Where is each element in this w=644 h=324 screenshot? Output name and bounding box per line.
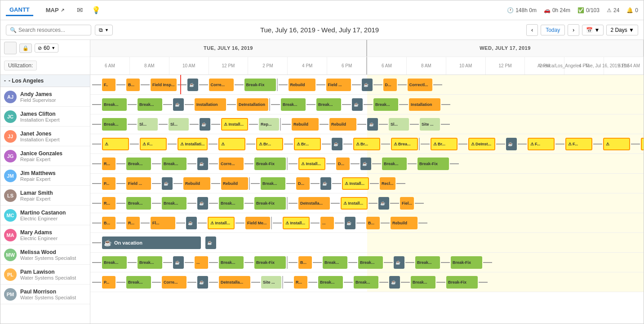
- resource-row[interactable]: JCJames CliftonInstallation Expert: [0, 107, 90, 127]
- resource-row[interactable]: MCMartino CastanonElectric Engineer: [0, 206, 90, 225]
- task-bar[interactable]: Break-Fix: [244, 79, 276, 91]
- task-bar[interactable]: ⚠ Install...: [208, 217, 235, 229]
- task-bar[interactable]: Site ...: [420, 118, 440, 131]
- task-bar[interactable]: Break...: [126, 276, 151, 289]
- task-bar[interactable]: ⚠ F...: [528, 138, 555, 150]
- task-bar[interactable]: Break...: [102, 118, 127, 131]
- task-bar[interactable]: ⚠ Install...: [341, 197, 368, 210]
- task-bar[interactable]: R...: [102, 197, 115, 210]
- task-bar[interactable]: ☕: [506, 138, 517, 150]
- resource-row[interactable]: MWMelissa WoodWater Systems Specialist: [0, 245, 90, 265]
- task-bar[interactable]: Break...: [415, 256, 440, 269]
- task-bar[interactable]: Sl...: [389, 118, 409, 131]
- resource-row[interactable]: AJAndy JamesField Supervisor: [0, 87, 90, 107]
- task-bar[interactable]: ⚠: [603, 138, 630, 150]
- task-bar[interactable]: Break...: [323, 256, 347, 269]
- tab-map[interactable]: MAP ↗: [42, 5, 68, 15]
- task-bar[interactable]: D...: [383, 79, 397, 91]
- task-bar[interactable]: Corre...: [219, 158, 244, 170]
- task-bar[interactable]: ⚠ Br...: [353, 138, 380, 150]
- task-bar[interactable]: Field Me...: [245, 217, 270, 229]
- task-bar[interactable]: Break...: [219, 197, 244, 210]
- task-bar[interactable]: Break...: [382, 158, 407, 170]
- task-bar[interactable]: ☕: [173, 98, 184, 111]
- lock-button[interactable]: 🔒: [19, 44, 32, 53]
- task-bar[interactable]: ☕: [362, 79, 373, 91]
- task-bar[interactable]: Field ...: [326, 79, 351, 91]
- lightbulb-icon[interactable]: 💡: [92, 6, 101, 14]
- task-bar[interactable]: Break...: [358, 256, 383, 269]
- task-bar[interactable]: Break...: [373, 98, 398, 111]
- task-bar[interactable]: Corre...: [209, 79, 234, 91]
- today-button[interactable]: Today: [541, 25, 565, 35]
- task-bar[interactable]: ⚠ Br...: [431, 138, 457, 150]
- task-bar[interactable]: Fiel...: [400, 197, 414, 210]
- task-bar[interactable]: ☕: [197, 197, 208, 210]
- resource-row[interactable]: PMPaul MorrisonWater Systems Specialist: [0, 285, 90, 304]
- task-bar[interactable]: DeInstalla...: [298, 197, 330, 210]
- task-bar[interactable]: Break...: [138, 98, 162, 111]
- task-bar[interactable]: B...: [366, 217, 380, 229]
- task-bar[interactable]: ☕: [162, 177, 173, 190]
- task-bar[interactable]: ⚠: [218, 138, 245, 150]
- task-bar[interactable]: ⚠ F...: [565, 138, 592, 150]
- task-bar[interactable]: ⚠ DeInst...: [468, 138, 495, 150]
- task-bar[interactable]: Recl...: [380, 177, 395, 190]
- task-bar[interactable]: Rebuild: [221, 177, 248, 190]
- task-bar[interactable]: D...: [296, 177, 310, 190]
- search-input[interactable]: [18, 27, 86, 33]
- task-bar[interactable]: P...: [102, 276, 115, 289]
- task-bar[interactable]: Break...: [318, 276, 343, 289]
- task-bar[interactable]: ☕: [173, 256, 184, 269]
- task-bar[interactable]: ☕ On vacation: [102, 236, 201, 249]
- task-bar[interactable]: Break-Fix: [451, 256, 482, 269]
- col-toggle[interactable]: [4, 42, 17, 54]
- resource-row[interactable]: JGJanice GonzalesRepair Expert: [0, 146, 90, 166]
- task-bar[interactable]: F..: [102, 79, 115, 91]
- task-bar[interactable]: Rebuild: [292, 118, 319, 131]
- task-bar[interactable]: Break...: [162, 158, 187, 170]
- zoom-control[interactable]: ⊘ 60 ▼: [35, 44, 58, 53]
- task-bar[interactable]: ☕: [197, 158, 208, 170]
- task-bar[interactable]: ☕: [197, 276, 208, 289]
- task-bar[interactable]: ☕: [378, 197, 389, 210]
- task-bar[interactable]: B...: [102, 217, 115, 229]
- task-bar[interactable]: Break...: [219, 256, 244, 269]
- task-bar[interactable]: DeInstalla...: [219, 276, 250, 289]
- task-bar[interactable]: Break...: [102, 98, 127, 111]
- task-bar[interactable]: Break...: [126, 197, 151, 210]
- task-bar[interactable]: ⚠ Install...: [342, 177, 369, 190]
- task-bar[interactable]: Rebuild: [183, 177, 210, 190]
- task-bar[interactable]: ☕: [186, 217, 197, 229]
- task-bar[interactable]: ⚠ Br...: [641, 138, 644, 150]
- task-bar[interactable]: ⚠ Install...: [283, 217, 310, 229]
- resource-row[interactable]: JJJanet JonesInstallation Expert: [0, 127, 90, 146]
- task-bar[interactable]: Break...: [354, 276, 378, 289]
- task-bar[interactable]: Break-Fix: [417, 158, 449, 170]
- calendar-button[interactable]: 📅 ▼: [582, 25, 604, 35]
- task-bar[interactable]: Break...: [102, 256, 127, 269]
- task-bar[interactable]: Break-Fix: [446, 276, 478, 289]
- prev-button[interactable]: ‹: [526, 24, 538, 36]
- task-bar[interactable]: Break...: [138, 256, 162, 269]
- task-bar[interactable]: ⚠ Br...: [256, 138, 283, 150]
- task-bar[interactable]: R...: [126, 217, 140, 229]
- task-bar[interactable]: Installation: [409, 98, 440, 111]
- task-bar[interactable]: Break...: [162, 197, 187, 210]
- resource-row[interactable]: MAMary AdamsElectric Engineer: [0, 225, 90, 245]
- task-bar[interactable]: Break...: [261, 177, 285, 190]
- task-bar[interactable]: ☕: [332, 138, 342, 150]
- task-bar[interactable]: Sl...: [169, 118, 189, 131]
- resource-row[interactable]: LSLamar SmithRepair Expert: [0, 186, 90, 206]
- task-bar[interactable]: Installation: [195, 98, 226, 111]
- task-bar[interactable]: ☕: [389, 276, 400, 289]
- task-bar[interactable]: Sl...: [138, 118, 158, 131]
- task-bar[interactable]: Break...: [316, 98, 341, 111]
- task-bar[interactable]: ⚠ Install...: [221, 118, 248, 131]
- days-select[interactable]: 2 Days ▼: [606, 25, 638, 35]
- task-bar[interactable]: ☕: [320, 177, 331, 190]
- task-bar[interactable]: Break-Fix: [254, 158, 286, 170]
- task-bar[interactable]: Site ...: [261, 276, 281, 289]
- task-bar[interactable]: ⚠: [102, 138, 129, 150]
- task-bar[interactable]: DeInstallation: [237, 98, 268, 111]
